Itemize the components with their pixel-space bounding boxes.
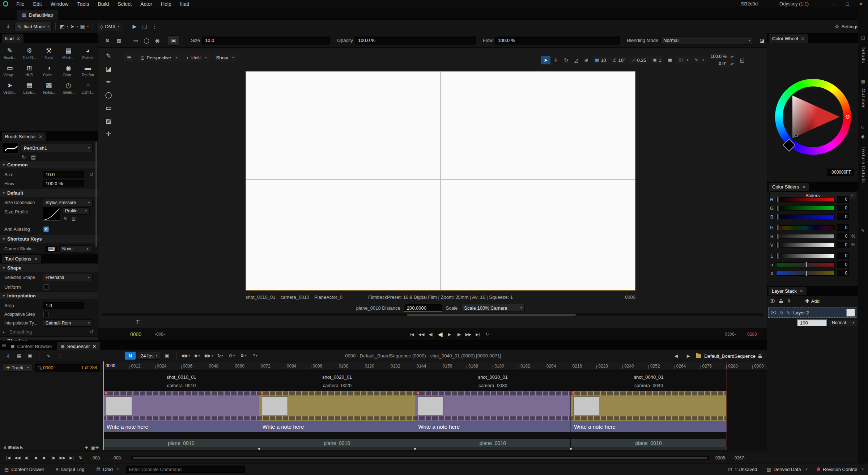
profile-refresh-icon[interactable]: ↻ [64,216,67,221]
autokey-button[interactable]: N [125,352,136,360]
rect-tool-button[interactable]: ▭ [103,102,114,114]
sequencer-settings-button[interactable]: ⚙▾ [239,351,248,360]
reorder-icon[interactable]: ⇅ [787,298,791,304]
layer-blend-dropdown[interactable]: Normal▾ [829,319,857,326]
section-interpolation[interactable]: ▾Interpolation [0,292,98,300]
menu-item[interactable]: Edit [29,0,46,8]
left-dock-scrollbar[interactable] [95,142,97,247]
camera-section-label[interactable]: camera_0020 [259,383,415,388]
playback-options-button[interactable]: ↻▾ [216,351,225,360]
close-icon[interactable]: ✕ [39,134,42,139]
draw-options-dropdown[interactable]: ✎▾ [692,56,707,64]
camera-section-label[interactable]: camera_0010 [103,383,259,388]
reset-icon[interactable]: ↺ [90,329,94,335]
lock-all-icon[interactable] [779,301,783,303]
board-section[interactable] [259,391,415,421]
opacity-slider-field[interactable]: 100.0 % [355,37,476,44]
panel-grid-icon[interactable]: ▦ [114,36,124,45]
plane-clip[interactable]: plane_0010 [415,439,571,447]
tab-content-browser[interactable]: ▦ Content Browser [7,342,56,350]
view-mode-button[interactable]: ◐ Unlit▾ [183,53,210,62]
layer-opacity-field[interactable]: 100 [797,319,827,326]
perspective-button[interactable]: ◫ Perspective▾ [137,53,180,62]
save-sequence-button[interactable]: ⇓ [4,351,13,360]
toolbar-more-button[interactable]: ⋮ [150,22,159,31]
camera-speed-button[interactable]: ▣1 [650,56,664,64]
size-profile-dropdown[interactable]: Profile▾ [62,207,90,215]
menu-item[interactable]: File [12,0,29,8]
tab-texture-details[interactable]: Texture Details [861,147,866,183]
to-start-button[interactable]: |◀ [4,454,12,462]
hue-marker[interactable] [846,115,850,119]
shot-marker-icon[interactable] [105,391,108,395]
brush-save-icon[interactable]: ▤ [31,154,36,160]
select-tool-icon[interactable]: ➤ [541,56,550,64]
close-icon[interactable]: ✕ [34,256,38,262]
iliad-tool-brush[interactable]: ✎ Brush... [0,44,20,62]
viewport-h-scrollbar[interactable] [102,313,763,316]
camera-section-label[interactable]: camera_0030 [415,383,571,388]
stamp-square-icon[interactable]: ▭ [131,36,140,45]
rotate-tool-icon[interactable]: ↻ [561,56,571,64]
selected-shape-dropdown[interactable]: Freehand▾ [43,274,93,281]
iliad-tool-vector[interactable]: ➤ Vector... [0,79,20,97]
close-button[interactable]: × [854,0,868,8]
blending-mode-dropdown[interactable]: Normal▾ [660,37,753,44]
r-value[interactable]: 0 [837,196,849,203]
prev-frame-button[interactable]: ◀| [22,454,30,462]
view-range-end[interactable]: 0367- [735,455,746,461]
add-layer-button[interactable]: ✚ Add [805,298,820,304]
note-field[interactable]: Write a note here [571,421,727,432]
iliad-tool-layer[interactable]: ▤ Layer... [20,79,39,97]
eyedropper-tool-button[interactable]: ✛ [103,128,114,140]
sequencer-search-field[interactable]: 0000 1 of 288 [35,364,100,372]
tab-outliner[interactable]: Outliner [861,89,866,108]
output-log-button[interactable]: ≡ Output Log [56,467,84,472]
board-section[interactable] [415,391,571,421]
working-range-end[interactable]: 0306- [715,455,727,461]
add-track-button[interactable]: ✚ Track ▾ [3,364,32,372]
b2-value[interactable]: 0 [837,270,849,276]
layout-dropdown[interactable]: ◫▾ [676,56,691,64]
sequencer-h-scrollbar[interactable] [131,456,710,460]
shot-section-label[interactable]: shot_0020_01 [259,374,415,380]
eraser-toggle-icon[interactable]: ◪ [757,36,767,45]
brush-preview[interactable] [3,143,19,153]
tab-color-sliders[interactable]: Color Sliders✕ [769,183,809,191]
tab-color-wheel[interactable]: Color Wheel✕ [769,34,808,43]
tab-layer-stack[interactable]: Layer Stack✕ [769,287,807,295]
note-field[interactable]: Write a note here [415,421,571,432]
shot-marker-icon[interactable] [416,391,420,395]
ellipse-tool-button[interactable]: ◯ [103,89,114,101]
camera-button[interactable]: ▣ [25,351,35,360]
anti-aliasing-checkbox[interactable]: ✓ [43,226,49,232]
menu-item[interactable]: Build [93,0,113,8]
board-section[interactable] [571,391,727,421]
profile-save-icon[interactable]: ▤ [72,216,76,221]
plane-clip[interactable]: plane_0010 [103,439,259,447]
visibility-all-icon[interactable] [770,299,775,303]
unsaved-badge[interactable]: ⊡ 1 Unsaved [728,467,757,472]
render-board-button[interactable]: ▦ [14,351,24,360]
next-key-button[interactable]: ▶▶ [59,454,67,462]
stamp-circle-icon[interactable]: ◯ [142,36,151,45]
select-mode-dropdown[interactable]: ➤▾ [69,22,79,31]
board-thumbnail[interactable] [106,396,132,415]
next-frame-button[interactable]: |▶ [50,454,58,462]
b-value[interactable]: 0 [837,213,849,220]
shot-section-label[interactable]: shot_0030_01 [415,374,571,380]
reset-icon[interactable]: ↺ [90,172,94,177]
b-slider[interactable] [776,215,835,219]
next-frame-button[interactable]: |▶ [455,330,463,338]
next-shot-button[interactable]: ▶▶ [464,330,472,338]
a-value[interactable]: 0 [837,261,849,268]
iliad-tool-tools[interactable]: ⚒ Tools [39,44,59,62]
prev-shot-button[interactable]: ◀◀ [417,330,425,338]
adaptative-step-checkbox[interactable] [43,312,49,317]
iliad-tool-texture[interactable]: ▩ Textur... [39,79,59,97]
scale-preset-dropdown[interactable]: Scale 100% Camera▾ [461,304,525,312]
clip-icon[interactable]: ⊟ [861,125,864,130]
sequence-breadcrumb[interactable]: Default_BoardSequence [704,353,756,359]
play-button[interactable]: ▶ [446,330,454,338]
close-icon[interactable]: ✕ [802,185,805,190]
